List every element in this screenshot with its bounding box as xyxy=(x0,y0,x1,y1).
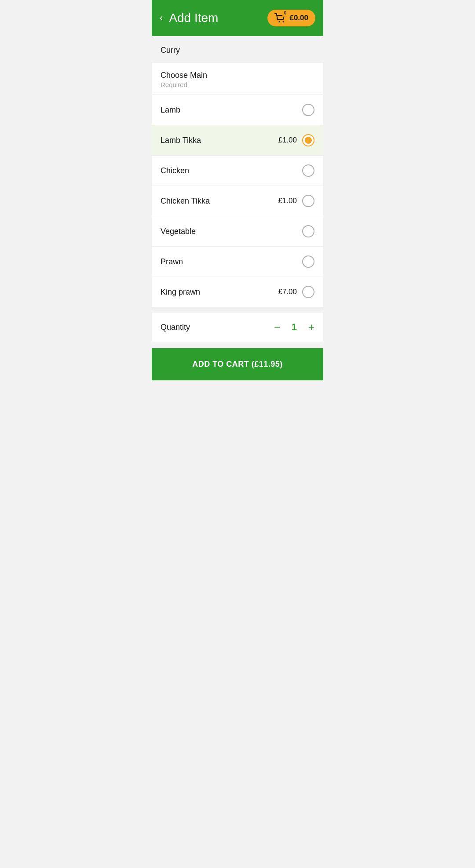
menu-item-price-king-prawn: £7.00 xyxy=(278,288,297,296)
menu-item-prawn[interactable]: Prawn xyxy=(152,247,323,277)
menu-item-lamb[interactable]: Lamb xyxy=(152,95,323,125)
menu-item-label-chicken: Chicken xyxy=(161,166,189,175)
quantity-controls: − 1 + xyxy=(274,321,314,333)
svg-point-0 xyxy=(279,21,280,22)
menu-item-king-prawn[interactable]: King prawn £7.00 xyxy=(152,277,323,307)
menu-item-label-chicken-tikka: Chicken Tikka xyxy=(161,197,210,206)
section-title: Choose Main xyxy=(161,71,314,80)
cart-total: £0.00 xyxy=(289,14,308,22)
menu-item-right-king-prawn: £7.00 xyxy=(278,286,314,298)
menu-item-vegetable[interactable]: Vegetable xyxy=(152,216,323,247)
radio-king-prawn[interactable] xyxy=(302,286,314,298)
menu-item-lamb-tikka[interactable]: Lamb Tikka £1.00 xyxy=(152,125,323,156)
menu-item-right-lamb xyxy=(302,104,314,116)
menu-item-label-lamb-tikka: Lamb Tikka xyxy=(161,136,201,145)
menu-item-price-chicken-tikka: £1.00 xyxy=(278,197,297,205)
menu-items-list: Lamb Lamb Tikka £1.00 Chicken Chicken Ti… xyxy=(152,95,323,307)
menu-item-label-king-prawn: King prawn xyxy=(161,288,200,297)
menu-item-right-lamb-tikka: £1.00 xyxy=(278,134,314,146)
cart-count: 0 xyxy=(281,10,289,17)
back-button[interactable]: ‹ xyxy=(160,13,163,23)
section-subtitle: Required xyxy=(161,81,314,88)
quantity-increase-button[interactable]: + xyxy=(308,322,314,332)
menu-item-label-vegetable: Vegetable xyxy=(161,227,196,236)
bottom-divider xyxy=(152,342,323,348)
header-left: ‹ Add Item xyxy=(160,11,218,25)
header: ‹ Add Item 0 £0.00 xyxy=(152,0,323,36)
add-to-cart-button[interactable]: ADD TO CART (£11.95) xyxy=(152,348,323,380)
page-title: Add Item xyxy=(169,11,218,25)
menu-item-right-chicken xyxy=(302,164,314,177)
menu-item-right-vegetable xyxy=(302,225,314,237)
menu-item-label-prawn: Prawn xyxy=(161,257,183,266)
category-section: Curry xyxy=(152,36,323,63)
radio-chicken[interactable] xyxy=(302,164,314,177)
quantity-value: 1 xyxy=(290,321,299,333)
section-divider xyxy=(152,307,323,313)
menu-item-price-lamb-tikka: £1.00 xyxy=(278,136,297,145)
radio-lamb-tikka[interactable] xyxy=(302,134,314,146)
menu-item-chicken[interactable]: Chicken xyxy=(152,156,323,186)
menu-item-right-prawn xyxy=(302,255,314,268)
radio-chicken-tikka[interactable] xyxy=(302,195,314,207)
svg-point-1 xyxy=(283,21,284,22)
section-header: Choose Main Required xyxy=(152,63,323,95)
radio-vegetable[interactable] xyxy=(302,225,314,237)
quantity-label: Quantity xyxy=(161,323,190,332)
category-label: Curry xyxy=(161,46,180,55)
quantity-decrease-button[interactable]: − xyxy=(274,322,280,332)
radio-prawn[interactable] xyxy=(302,255,314,268)
menu-item-label-lamb: Lamb xyxy=(161,106,180,115)
quantity-section: Quantity − 1 + xyxy=(152,313,323,342)
menu-item-right-chicken-tikka: £1.00 xyxy=(278,195,314,207)
cart-button[interactable]: 0 £0.00 xyxy=(267,10,315,26)
menu-item-chicken-tikka[interactable]: Chicken Tikka £1.00 xyxy=(152,186,323,216)
radio-lamb[interactable] xyxy=(302,104,314,116)
cart-icon-wrapper: 0 xyxy=(274,13,286,23)
